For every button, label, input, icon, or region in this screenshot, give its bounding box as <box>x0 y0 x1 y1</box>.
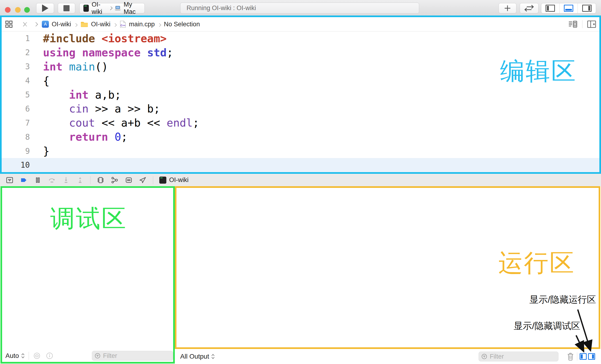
activity-text: Running OI-wiki : OI-wiki <box>187 4 256 12</box>
line-number: 10 <box>2 160 35 169</box>
activity-view: Running OI-wiki : OI-wiki <box>180 3 419 14</box>
scheme-destination-label: My Mac <box>124 1 141 16</box>
breadcrumb-separator-icon <box>74 23 78 27</box>
variables-filter-input[interactable] <box>102 352 170 360</box>
annotation-editor-area: 编辑区 <box>500 59 577 83</box>
scheme-selector[interactable]: OI-wiki My Mac <box>80 3 145 13</box>
cpp-file-icon-label: C++ <box>120 24 125 27</box>
stop-button[interactable] <box>58 3 75 13</box>
hide-debug-area-icon[interactable] <box>6 176 14 184</box>
step-over-icon[interactable] <box>48 176 56 184</box>
code-editor[interactable]: 1#include <iostream>2using namespace std… <box>2 31 599 172</box>
scheme-app-icon <box>83 5 89 12</box>
toggle-console-button[interactable] <box>588 353 595 360</box>
code-text: #include <iostream> <box>35 32 167 45</box>
breadcrumb-selection[interactable]: No Selection <box>164 21 200 28</box>
back-chevron-shape <box>24 22 29 26</box>
debug-area-panel-icon <box>564 5 573 12</box>
run-button[interactable] <box>36 3 54 13</box>
code-lines: 1#include <iostream>2using namespace std… <box>2 31 599 172</box>
code-line[interactable]: 1#include <iostream> <box>2 31 599 46</box>
console-filter-field[interactable] <box>479 352 559 361</box>
code-line[interactable]: 7 cout << a+b << endl; <box>2 116 599 130</box>
updown-chevron-icon[interactable] <box>211 354 215 360</box>
editor-arrangement-button[interactable] <box>520 3 539 13</box>
stop-icon <box>63 5 70 11</box>
variables-view-bar: Auto <box>2 350 173 362</box>
trash-icon[interactable] <box>566 352 575 361</box>
console-view-icon <box>592 354 594 359</box>
breakpoints-toggle-icon[interactable] <box>20 176 28 184</box>
console-bar-divider <box>577 353 577 361</box>
code-line[interactable]: 9} <box>2 144 599 158</box>
line-number: 4 <box>2 76 35 85</box>
scheme-project-label: OI-wiki <box>92 1 107 16</box>
breadcrumb-project[interactable]: OI-wiki <box>52 21 71 28</box>
code-line[interactable]: 10 <box>2 158 599 172</box>
console-filter-input[interactable] <box>489 353 556 361</box>
callout-show-hide-debug: 显示/隐藏调试区 <box>514 321 580 330</box>
output-scope-selector[interactable]: All Output <box>180 353 209 360</box>
debug-bar: OI-wiki <box>0 174 601 186</box>
zoom-button[interactable] <box>24 7 30 13</box>
process-chip[interactable]: OI-wiki <box>159 176 189 184</box>
variables-filter-field[interactable] <box>92 351 173 361</box>
plus-icon <box>503 4 512 12</box>
line-number: 9 <box>2 147 35 156</box>
breadcrumb-group[interactable]: OI-wiki <box>91 21 111 28</box>
toggle-debug-area-button[interactable] <box>560 3 578 13</box>
folder-icon <box>80 21 88 28</box>
simulate-location-icon[interactable] <box>139 176 147 184</box>
view-hierarchy-icon[interactable] <box>97 176 105 184</box>
code-line[interactable]: 6 cin >> a >> b; <box>2 102 599 116</box>
related-items-icon[interactable] <box>5 20 13 28</box>
annotation-console-area: 运行区 <box>498 251 575 275</box>
line-number: 8 <box>2 132 35 142</box>
variables-scope-selector[interactable]: Auto <box>5 352 19 360</box>
code-text: int a,b; <box>35 89 121 101</box>
quicklook-eye-icon[interactable] <box>33 352 41 359</box>
minimize-button[interactable] <box>15 7 21 13</box>
debug-bar-divider <box>90 176 90 184</box>
code-text: cout << a+b << endl; <box>35 117 199 129</box>
code-text: cin >> a >> b; <box>35 102 160 115</box>
memory-graph-icon[interactable] <box>111 176 119 184</box>
library-add-button[interactable] <box>499 3 516 13</box>
close-button[interactable] <box>5 7 10 13</box>
line-number: 3 <box>2 62 35 71</box>
play-icon <box>42 4 48 12</box>
code-line[interactable]: 5 int a,b; <box>2 88 599 102</box>
add-editor-icon[interactable] <box>587 20 596 28</box>
filter-icon <box>94 352 100 359</box>
breadcrumb-separator-icon <box>113 23 117 27</box>
toggle-inspector-button[interactable] <box>578 3 596 13</box>
line-number: 7 <box>2 118 35 128</box>
toggle-navigator-button[interactable] <box>541 3 560 13</box>
console-bottom-bar: All Output <box>175 349 601 364</box>
pause-icon[interactable] <box>34 176 42 184</box>
debug-bar-divider <box>153 176 153 184</box>
breadcrumb-separator-icon <box>157 23 161 27</box>
toggle-variables-view-button[interactable] <box>580 353 587 360</box>
editor-area: A OI-wiki OI-wiki C++ main.cpp No Select… <box>0 16 601 174</box>
code-text: } <box>35 145 50 157</box>
my-mac-icon <box>115 5 121 11</box>
variables-view-icon <box>581 354 583 359</box>
swap-arrows-icon <box>523 4 535 12</box>
environment-overrides-icon[interactable] <box>125 176 133 184</box>
code-line[interactable]: 8 return 0; <box>2 130 599 144</box>
adjust-editor-options-icon[interactable] <box>568 20 578 29</box>
step-out-icon[interactable] <box>76 176 84 184</box>
line-number: 6 <box>2 104 35 113</box>
project-icon: A <box>42 21 49 28</box>
cpp-file-icon: C++ <box>120 20 126 28</box>
updown-chevron-icon[interactable] <box>21 353 25 359</box>
navigator-panel-icon <box>546 5 555 12</box>
info-icon[interactable] <box>46 352 53 360</box>
window-titlebar: OI-wiki My Mac Running OI-wiki : OI-wiki <box>0 0 601 16</box>
debug-area: 调试区 Auto <box>0 186 175 364</box>
breadcrumb-file[interactable]: main.cpp <box>129 21 155 28</box>
forward-icon[interactable] <box>34 22 38 26</box>
step-into-icon[interactable] <box>62 176 70 184</box>
code-text: using namespace std; <box>35 46 173 59</box>
